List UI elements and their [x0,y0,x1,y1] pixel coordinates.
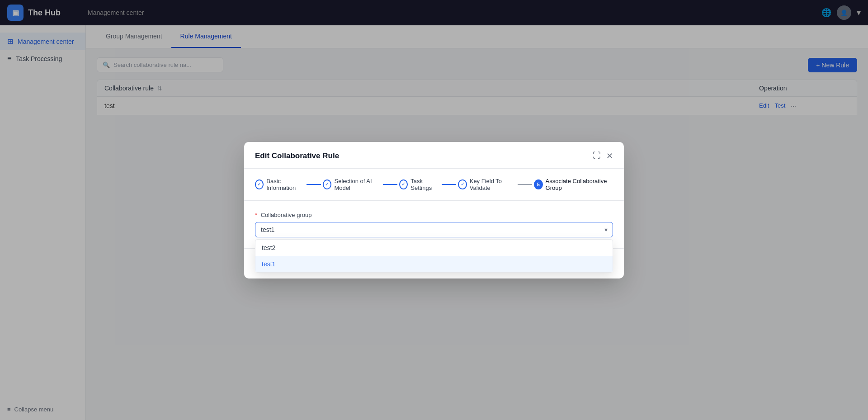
step-connector-2 [383,184,397,185]
required-star: * [255,212,257,218]
step-circle-3: ✓ [399,179,408,189]
step-task-settings: ✓ Task Settings [399,178,440,191]
modal-body: * Collaborative group test1 ▾ test2 test… [244,201,624,248]
modal-title: Edit Collaborative Rule [255,151,339,160]
step-circle-1: ✓ [255,179,264,189]
dropdown-menu: test2 test1 [255,239,613,273]
modal-header: Edit Collaborative Rule ⛶ ✕ [244,142,624,169]
dropdown-item-test1[interactable]: test1 [255,256,613,272]
modal-header-icons: ⛶ ✕ [593,151,613,161]
step-label-2: Selection of AI Model [334,178,381,191]
step-circle-5: 5 [534,179,542,189]
steps: ✓ Basic Information ✓ Selection of AI Mo… [244,169,624,201]
step-label-4: Key Field To Validate [470,178,516,191]
step-connector-4 [518,184,532,185]
select-wrapper: test1 ▾ test2 test1 [255,222,613,237]
step-connector-1 [307,184,321,185]
modal-overlay: Edit Collaborative Rule ⛶ ✕ ✓ Basic Info… [0,0,868,420]
dropdown-item-test2[interactable]: test2 [255,240,613,256]
step-basic-info: ✓ Basic Information [255,178,305,191]
expand-icon[interactable]: ⛶ [593,151,601,160]
select-field[interactable]: test1 [255,222,613,237]
step-circle-4: ✓ [458,179,467,189]
step-key-field: ✓ Key Field To Validate [458,178,516,191]
step-connector-3 [442,184,456,185]
modal: Edit Collaborative Rule ⛶ ✕ ✓ Basic Info… [244,142,624,278]
form-label-collaborative-group: * Collaborative group [255,212,613,218]
step-circle-2: ✓ [323,179,331,189]
close-icon[interactable]: ✕ [606,151,613,161]
step-associate-group: 5 Associate Collaborative Group [534,178,613,191]
step-ai-model: ✓ Selection of AI Model [323,178,381,191]
step-label-3: Task Settings [410,178,440,191]
step-label-1: Basic Information [266,178,305,191]
step-label-5: Associate Collaborative Group [546,178,613,191]
